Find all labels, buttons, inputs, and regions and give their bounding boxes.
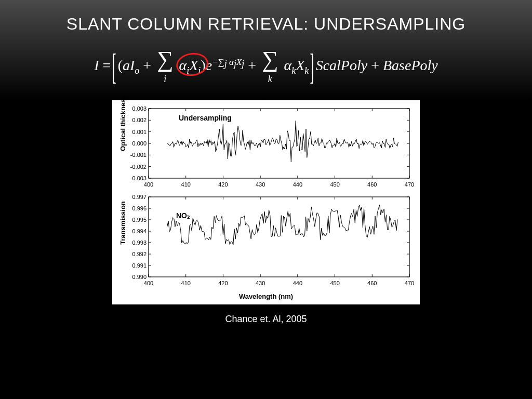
chart-title-1: Undersampling: [179, 114, 232, 122]
svg-text:0.990: 0.990: [132, 274, 147, 280]
svg-rect-46: [149, 197, 409, 277]
svg-text:0.003: 0.003: [132, 105, 147, 112]
svg-text:460: 460: [367, 280, 377, 286]
svg-text:460: 460: [367, 181, 377, 188]
slide-title: SLANT COLUMN RETRIEVAL: UNDERSAMPLING: [0, 0, 532, 34]
svg-text:0.997: 0.997: [132, 194, 147, 200]
svg-text:410: 410: [181, 181, 191, 188]
svg-text:450: 450: [330, 181, 339, 188]
svg-text:0.995: 0.995: [132, 217, 147, 223]
citation: Chance et. Al, 2005: [0, 304, 532, 325]
svg-text:430: 430: [256, 280, 265, 286]
svg-text:-0.002: -0.002: [130, 164, 147, 170]
svg-text:440: 440: [293, 280, 302, 286]
svg-text:440: 440: [293, 181, 302, 188]
svg-text:400: 400: [144, 181, 153, 188]
x-axis-label: Wavelength (nm): [116, 291, 416, 302]
svg-text:0.996: 0.996: [132, 205, 147, 211]
svg-text:0.001: 0.001: [132, 129, 147, 135]
svg-text:-0.001: -0.001: [130, 152, 147, 158]
main-equation: I = [ (aIo + ∑i αiXi)e−∑j αjXj + ∑k αkXk…: [0, 34, 532, 95]
chart-title-2: NO₂: [176, 211, 190, 220]
svg-text:0.000: 0.000: [132, 140, 147, 147]
svg-text:430: 430: [256, 181, 265, 188]
svg-text:420: 420: [218, 181, 228, 188]
svg-text:470: 470: [405, 181, 414, 188]
chart-no2: Transmission NO₂ 0.9900.9910.9920.9930.9…: [116, 193, 416, 302]
svg-text:0.991: 0.991: [132, 262, 147, 269]
svg-text:0.993: 0.993: [132, 240, 147, 246]
svg-text:420: 420: [218, 280, 228, 286]
svg-text:0.992: 0.992: [132, 251, 147, 257]
svg-text:410: 410: [181, 280, 191, 286]
chart-undersampling: Optical thickness Undersampling -0.003-0…: [116, 104, 416, 193]
svg-text:470: 470: [405, 280, 414, 286]
svg-text:0.994: 0.994: [132, 228, 147, 234]
svg-text:0.002: 0.002: [132, 117, 147, 123]
svg-text:400: 400: [144, 280, 153, 286]
charts-container: Optical thickness Undersampling -0.003-0…: [112, 100, 420, 304]
svg-text:-0.003: -0.003: [130, 175, 147, 181]
highlighted-term: αiXi: [179, 57, 201, 76]
svg-text:450: 450: [330, 280, 339, 286]
